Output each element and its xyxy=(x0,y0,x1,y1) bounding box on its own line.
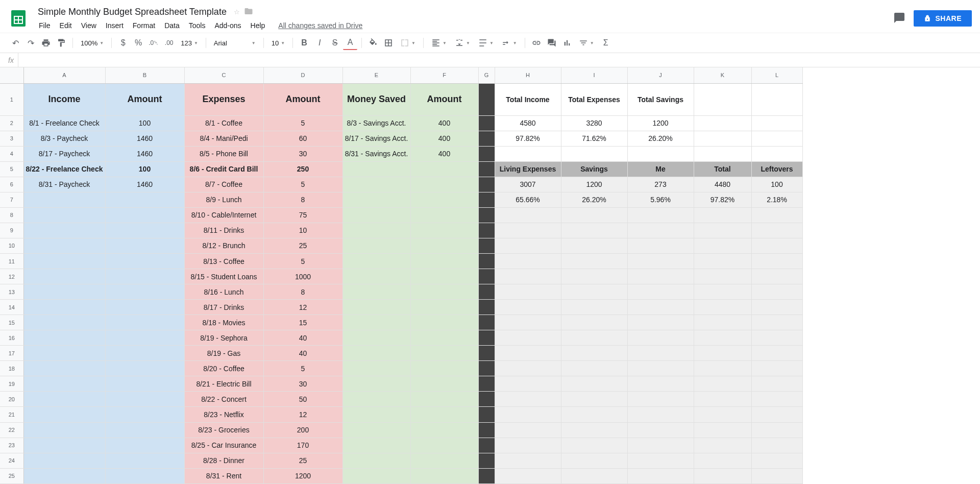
cell-F1[interactable]: Amount xyxy=(410,83,478,115)
borders-button[interactable] xyxy=(381,36,396,50)
cell-H7[interactable]: 65.66% xyxy=(495,192,561,207)
cell-F12[interactable] xyxy=(410,269,478,284)
cell-D9[interactable]: 10 xyxy=(263,223,342,238)
cell-B9[interactable] xyxy=(105,223,184,238)
cell-F20[interactable] xyxy=(410,392,478,407)
cell-G8[interactable] xyxy=(478,207,495,223)
cell-J2[interactable]: 1200 xyxy=(627,115,694,131)
cell-I22[interactable] xyxy=(561,422,627,438)
cell-K11[interactable] xyxy=(694,254,751,269)
cell-F23[interactable] xyxy=(410,438,478,453)
cell-L25[interactable] xyxy=(751,468,802,483)
cell-J4[interactable] xyxy=(627,146,694,161)
cell-H14[interactable] xyxy=(495,300,561,315)
cell-L15[interactable] xyxy=(751,315,802,330)
cell-K3[interactable] xyxy=(694,131,751,146)
cell-J12[interactable] xyxy=(627,269,694,284)
sheets-logo[interactable] xyxy=(8,8,29,29)
cell-F24[interactable] xyxy=(410,453,478,468)
cell-I18[interactable] xyxy=(561,361,627,376)
paint-format-button[interactable] xyxy=(54,36,68,50)
cell-D14[interactable]: 12 xyxy=(263,300,342,315)
cell-F14[interactable] xyxy=(410,300,478,315)
cell-B14[interactable] xyxy=(105,300,184,315)
cell-H21[interactable] xyxy=(495,407,561,422)
cell-K25[interactable] xyxy=(694,468,751,483)
cell-A4[interactable]: 8/17 - Paycheck xyxy=(23,146,105,161)
row-header-6[interactable]: 6 xyxy=(0,177,23,192)
cell-A21[interactable] xyxy=(23,407,105,422)
cell-H1[interactable]: Total Income xyxy=(495,83,561,115)
cell-B6[interactable]: 1460 xyxy=(105,177,184,192)
col-header-J[interactable]: J xyxy=(627,67,694,83)
cell-K6[interactable]: 4480 xyxy=(694,177,751,192)
cell-K4[interactable] xyxy=(694,146,751,161)
bold-button[interactable]: B xyxy=(297,36,311,50)
menu-tools[interactable]: Tools xyxy=(185,19,210,32)
cell-C25[interactable]: 8/31 - Rent xyxy=(184,468,263,483)
cell-L5[interactable]: Leftovers xyxy=(751,161,802,177)
cell-H5[interactable]: Living Expenses xyxy=(495,161,561,177)
cell-I24[interactable] xyxy=(561,453,627,468)
cell-I7[interactable]: 26.20% xyxy=(561,192,627,207)
cell-C24[interactable]: 8/28 - Dinner xyxy=(184,453,263,468)
cell-F7[interactable] xyxy=(410,192,478,207)
cell-A25[interactable] xyxy=(23,468,105,483)
cell-H11[interactable] xyxy=(495,254,561,269)
menu-addons[interactable]: Add-ons xyxy=(210,19,245,32)
cell-A13[interactable] xyxy=(23,284,105,300)
cell-F15[interactable] xyxy=(410,315,478,330)
row-header-7[interactable]: 7 xyxy=(0,192,23,207)
cell-L13[interactable] xyxy=(751,284,802,300)
valign-button[interactable]: ▼ xyxy=(451,36,474,50)
cell-B20[interactable] xyxy=(105,392,184,407)
cell-E3[interactable]: 8/17 - Savings Acct. xyxy=(342,131,410,146)
cell-J14[interactable] xyxy=(627,300,694,315)
cell-C19[interactable]: 8/21 - Electric Bill xyxy=(184,376,263,392)
cell-G7[interactable] xyxy=(478,192,495,207)
cell-E25[interactable] xyxy=(342,468,410,483)
cell-F8[interactable] xyxy=(410,207,478,223)
cell-J13[interactable] xyxy=(627,284,694,300)
cell-G4[interactable] xyxy=(478,146,495,161)
cell-G15[interactable] xyxy=(478,315,495,330)
redo-button[interactable]: ↷ xyxy=(23,36,38,50)
cell-G1[interactable] xyxy=(478,83,495,115)
cell-A11[interactable] xyxy=(23,254,105,269)
cell-I6[interactable]: 1200 xyxy=(561,177,627,192)
cell-C12[interactable]: 8/15 - Student Loans xyxy=(184,269,263,284)
cell-D17[interactable]: 40 xyxy=(263,346,342,361)
cell-I1[interactable]: Total Expenses xyxy=(561,83,627,115)
cell-L18[interactable] xyxy=(751,361,802,376)
text-color-button[interactable]: A xyxy=(343,36,357,50)
cell-I8[interactable] xyxy=(561,207,627,223)
cell-K10[interactable] xyxy=(694,238,751,253)
cell-K15[interactable] xyxy=(694,315,751,330)
cell-A20[interactable] xyxy=(23,392,105,407)
cell-C14[interactable]: 8/17 - Drinks xyxy=(184,300,263,315)
cell-G9[interactable] xyxy=(478,223,495,238)
rotate-button[interactable]: ▼ xyxy=(498,36,521,50)
cell-G22[interactable] xyxy=(478,422,495,438)
cell-I2[interactable]: 3280 xyxy=(561,115,627,131)
cell-J7[interactable]: 5.96% xyxy=(627,192,694,207)
cell-C15[interactable]: 8/18 - Movies xyxy=(184,315,263,330)
row-header-15[interactable]: 15 xyxy=(0,315,23,330)
cell-B13[interactable] xyxy=(105,284,184,300)
row-header-2[interactable]: 2 xyxy=(0,115,23,131)
cell-C11[interactable]: 8/13 - Coffee xyxy=(184,254,263,269)
chart-button[interactable] xyxy=(560,36,574,50)
save-status[interactable]: All changes saved in Drive xyxy=(278,21,362,30)
cell-F3[interactable]: 400 xyxy=(410,131,478,146)
cell-A14[interactable] xyxy=(23,300,105,315)
cell-G16[interactable] xyxy=(478,330,495,346)
col-header-G[interactable]: G xyxy=(478,67,495,83)
cell-B19[interactable] xyxy=(105,376,184,392)
cell-L3[interactable] xyxy=(751,131,802,146)
cell-F10[interactable] xyxy=(410,238,478,253)
cell-J10[interactable] xyxy=(627,238,694,253)
cell-F21[interactable] xyxy=(410,407,478,422)
col-header-F[interactable]: F xyxy=(410,67,478,83)
row-header-9[interactable]: 9 xyxy=(0,223,23,238)
cell-H16[interactable] xyxy=(495,330,561,346)
